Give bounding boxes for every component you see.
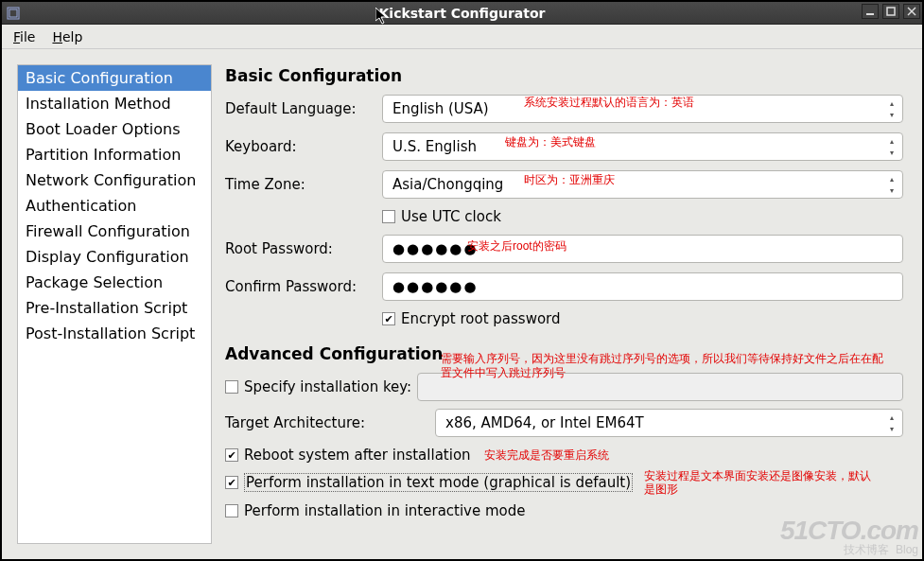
specify-key-checkbox[interactable] bbox=[225, 380, 238, 394]
chevron-updown-icon: ▴▾ bbox=[883, 412, 900, 434]
sidebar-item-installation-method[interactable]: Installation Method bbox=[18, 91, 211, 116]
reboot-label: Reboot system after installation bbox=[244, 447, 471, 464]
maximize-button[interactable] bbox=[882, 4, 899, 19]
root-password-value: ●●●●●● bbox=[392, 240, 479, 257]
sidebar: Basic Configuration Installation Method … bbox=[17, 64, 212, 544]
reboot-note: 安装完成是否要重启系统 bbox=[484, 447, 609, 464]
confirm-password-input[interactable]: ●●●●●● bbox=[382, 272, 903, 301]
confirm-password-value: ●●●●●● bbox=[392, 278, 479, 295]
encrypt-root-checkbox[interactable]: ✔ bbox=[382, 312, 395, 325]
chevron-updown-icon: ▴▾ bbox=[883, 135, 900, 158]
menu-file[interactable]: File bbox=[8, 27, 41, 46]
default-language-value: English (USA) bbox=[392, 100, 489, 117]
timezone-select[interactable]: Asia/Chongqing ▴▾ bbox=[382, 170, 903, 199]
basic-configuration-heading: Basic Configuration bbox=[225, 66, 903, 85]
menubar: File Help bbox=[2, 25, 922, 49]
target-architecture-select[interactable]: x86, AMD64, or Intel EM64T ▴▾ bbox=[435, 409, 903, 437]
watermark: 51CTO.com 技术博客 Blog bbox=[780, 517, 918, 555]
sidebar-item-authentication[interactable]: Authentication bbox=[18, 193, 211, 219]
sidebar-item-boot-loader-options[interactable]: Boot Loader Options bbox=[18, 116, 211, 142]
sidebar-item-firewall-configuration[interactable]: Firewall Configuration bbox=[18, 219, 211, 244]
keyboard-value: U.S. English bbox=[392, 138, 477, 155]
reboot-checkbox[interactable]: ✔ bbox=[225, 448, 238, 462]
chevron-updown-icon: ▴▾ bbox=[883, 173, 900, 196]
window-title: Kickstart Configurator bbox=[379, 6, 546, 21]
specify-key-label: Specify installation key: bbox=[244, 378, 411, 395]
text-mode-checkbox[interactable]: ✔ bbox=[225, 476, 238, 489]
chevron-updown-icon: ▴▾ bbox=[883, 97, 900, 120]
interactive-mode-label: Perform installation in interactive mode bbox=[244, 502, 526, 519]
menu-help[interactable]: Help bbox=[46, 27, 88, 46]
app-icon bbox=[6, 6, 21, 21]
default-language-select[interactable]: English (USA) ▴▾ bbox=[382, 95, 903, 123]
svg-rect-3 bbox=[887, 8, 895, 15]
text-mode-label: Perform installation in text mode (graph… bbox=[244, 473, 633, 492]
confirm-password-label: Confirm Password: bbox=[225, 278, 376, 295]
sidebar-item-partition-information[interactable]: Partition Information bbox=[18, 142, 211, 167]
keyboard-select[interactable]: U.S. English ▴▾ bbox=[382, 132, 903, 161]
encrypt-root-label: Encrypt root password bbox=[401, 310, 561, 327]
installation-key-input[interactable] bbox=[417, 373, 903, 401]
sidebar-item-display-configuration[interactable]: Display Configuration bbox=[18, 244, 211, 270]
target-architecture-value: x86, AMD64, or Intel EM64T bbox=[445, 414, 644, 431]
advanced-configuration-heading: Advanced Configuration bbox=[225, 344, 903, 363]
close-button[interactable] bbox=[903, 4, 920, 19]
default-language-label: Default Language: bbox=[225, 100, 376, 117]
root-password-input[interactable]: ●●●●●● bbox=[382, 235, 903, 263]
root-password-label: Root Password: bbox=[225, 240, 376, 257]
sidebar-item-package-selection[interactable]: Package Selection bbox=[18, 270, 211, 295]
sidebar-item-post-installation-script[interactable]: Post-Installation Script bbox=[18, 321, 211, 346]
main-panel: Basic Configuration Default Language: En… bbox=[221, 64, 907, 544]
use-utc-label: Use UTC clock bbox=[401, 208, 501, 225]
sidebar-item-pre-installation-script[interactable]: Pre-Installation Script bbox=[18, 295, 211, 321]
use-utc-checkbox[interactable] bbox=[382, 210, 395, 223]
titlebar: Kickstart Configurator bbox=[2, 2, 922, 25]
svg-rect-1 bbox=[9, 9, 17, 17]
timezone-value: Asia/Chongqing bbox=[392, 176, 503, 193]
keyboard-label: Keyboard: bbox=[225, 138, 376, 155]
interactive-mode-checkbox[interactable] bbox=[225, 504, 238, 517]
sidebar-item-basic-configuration[interactable]: Basic Configuration bbox=[18, 65, 211, 91]
target-architecture-label: Target Architecture: bbox=[225, 414, 429, 431]
sidebar-item-network-configuration[interactable]: Network Configuration bbox=[18, 167, 211, 193]
text-mode-note: 安装过程是文本界面安装还是图像安装，默认是图形 bbox=[644, 469, 880, 497]
watermark-big: 51CTO.com bbox=[780, 517, 918, 544]
timezone-label: Time Zone: bbox=[225, 176, 376, 193]
minimize-button[interactable] bbox=[862, 4, 879, 19]
